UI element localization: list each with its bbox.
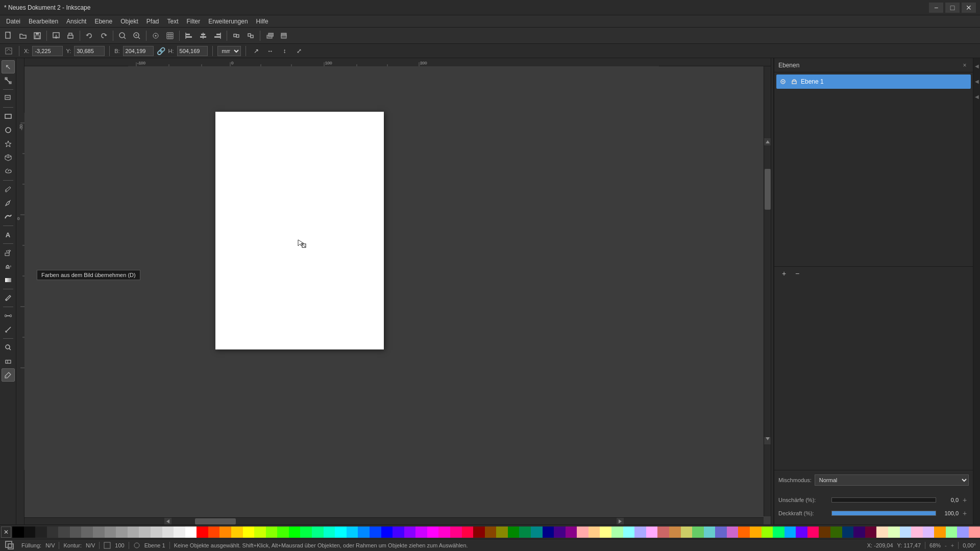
palette-color-swatch[interactable]	[853, 527, 865, 538]
palette-color-swatch[interactable]	[623, 527, 635, 538]
palette-color-swatch[interactable]	[519, 527, 531, 538]
w-input[interactable]	[123, 46, 154, 56]
palette-color-swatch[interactable]	[450, 527, 462, 538]
palette-color-swatch[interactable]	[35, 527, 47, 538]
grid-button[interactable]	[163, 29, 177, 42]
palette-color-swatch[interactable]	[957, 527, 969, 538]
menu-filter[interactable]: Filter	[183, 17, 205, 26]
palette-color-swatch[interactable]	[47, 527, 59, 538]
palette-color-swatch[interactable]	[934, 527, 946, 538]
zoom-in-button[interactable]	[130, 29, 143, 42]
scrollbar-horizontal[interactable]	[24, 517, 764, 524]
palette-color-swatch[interactable]	[335, 527, 347, 538]
color-sampler-tool[interactable]	[2, 368, 15, 382]
palette-color-swatch[interactable]	[393, 527, 404, 538]
palette-color-swatch[interactable]	[911, 527, 923, 538]
open-button[interactable]	[16, 29, 30, 42]
palette-color-swatch[interactable]	[70, 527, 82, 538]
tool-options-preset[interactable]	[3, 45, 14, 57]
lower-button[interactable]	[277, 29, 290, 42]
palette-color-swatch[interactable]	[750, 527, 762, 538]
layer-item[interactable]: Ebene 1	[776, 74, 971, 89]
menu-pfad[interactable]: Pfad	[142, 17, 163, 26]
palette-color-swatch[interactable]	[727, 527, 739, 538]
import-button[interactable]	[50, 29, 63, 42]
menu-bearbeiten[interactable]: Bearbeiten	[24, 17, 62, 26]
ungroup-button[interactable]	[244, 29, 257, 42]
palette-color-swatch[interactable]	[289, 527, 301, 538]
blur-plus-btn[interactable]: +	[961, 496, 969, 504]
palette-color-swatch[interactable]	[577, 527, 589, 538]
palette-color-swatch[interactable]	[231, 527, 243, 538]
spiral-tool[interactable]	[2, 165, 15, 178]
palette-color-swatch[interactable]	[358, 527, 370, 538]
palette-color-swatch[interactable]	[24, 527, 36, 538]
menu-datei[interactable]: Datei	[2, 17, 24, 26]
align-right-button[interactable]	[211, 29, 224, 42]
palette-color-swatch[interactable]	[381, 527, 393, 538]
palette-color-swatch[interactable]	[58, 527, 70, 538]
palette-color-swatch[interactable]	[589, 527, 600, 538]
palette-color-swatch[interactable]	[785, 527, 796, 538]
y-input[interactable]	[74, 46, 105, 56]
palette-color-swatch[interactable]	[969, 527, 980, 538]
palette-color-swatch[interactable]	[946, 527, 958, 538]
opacity-plus-btn[interactable]: +	[961, 509, 969, 517]
node-tool[interactable]	[2, 74, 15, 87]
palette-color-swatch[interactable]	[496, 527, 508, 538]
x-input[interactable]	[32, 46, 63, 56]
palette-color-swatch[interactable]	[646, 527, 658, 538]
palette-color-swatch[interactable]	[415, 527, 427, 538]
palette-color-swatch[interactable]	[208, 527, 220, 538]
fill-tool[interactable]	[2, 260, 15, 273]
3dbox-tool[interactable]	[2, 151, 15, 164]
palette-color-swatch[interactable]	[796, 527, 807, 538]
layer-visibility-btn[interactable]	[778, 77, 788, 86]
palette-color-swatch[interactable]	[197, 527, 208, 538]
new-button[interactable]	[2, 29, 15, 42]
close-button[interactable]: ✕	[962, 3, 976, 13]
palette-color-swatch[interactable]	[819, 527, 830, 538]
palette-color-swatch[interactable]	[704, 527, 716, 538]
palette-color-swatch[interactable]	[462, 527, 474, 538]
palette-color-swatch[interactable]	[738, 527, 750, 538]
palette-color-swatch[interactable]	[900, 527, 912, 538]
selector-tool[interactable]: ↖	[2, 60, 15, 73]
palette-color-swatch[interactable]	[254, 527, 266, 538]
transform-btn1[interactable]: ↗	[251, 45, 262, 57]
h-input[interactable]	[177, 46, 208, 56]
layer-lock-btn[interactable]	[790, 77, 799, 86]
menu-text[interactable]: Text	[163, 17, 183, 26]
gradient-tool[interactable]	[2, 273, 15, 287]
palette-color-swatch[interactable]	[128, 527, 139, 538]
opacity-track[interactable]	[831, 511, 936, 516]
palette-color-swatch[interactable]	[93, 527, 105, 538]
star-tool[interactable]	[2, 137, 15, 151]
palette-color-swatch[interactable]	[762, 527, 773, 538]
palette-color-swatch[interactable]	[266, 527, 278, 538]
scrollbar-vertical[interactable]	[764, 66, 771, 516]
palette-color-swatch[interactable]	[773, 527, 785, 538]
palette-color-swatch[interactable]	[692, 527, 704, 538]
palette-color-swatch[interactable]	[600, 527, 611, 538]
palette-color-swatch[interactable]	[427, 527, 439, 538]
spray-tool[interactable]	[2, 246, 15, 259]
palette-color-swatch[interactable]	[243, 527, 255, 538]
zoom-decrease-btn[interactable]: -	[945, 542, 947, 548]
measure-tool[interactable]	[2, 323, 15, 336]
palette-color-swatch[interactable]	[162, 527, 174, 538]
palette-color-swatch[interactable]	[865, 527, 877, 538]
palette-color-swatch[interactable]	[531, 527, 543, 538]
add-layer-btn[interactable]: +	[778, 268, 790, 279]
zoom-tool[interactable]	[2, 92, 15, 105]
undo-button[interactable]	[83, 29, 96, 42]
align-center-button[interactable]	[197, 29, 210, 42]
menu-hilfe[interactable]: Hilfe	[252, 17, 273, 26]
palette-color-swatch[interactable]	[842, 527, 854, 538]
align-left-button[interactable]	[182, 29, 195, 42]
blur-track[interactable]	[831, 497, 936, 503]
remove-layer-btn[interactable]: −	[792, 268, 803, 279]
minimize-button[interactable]: −	[929, 3, 943, 13]
palette-color-swatch[interactable]	[370, 527, 381, 538]
palette-color-swatch[interactable]	[312, 527, 324, 538]
